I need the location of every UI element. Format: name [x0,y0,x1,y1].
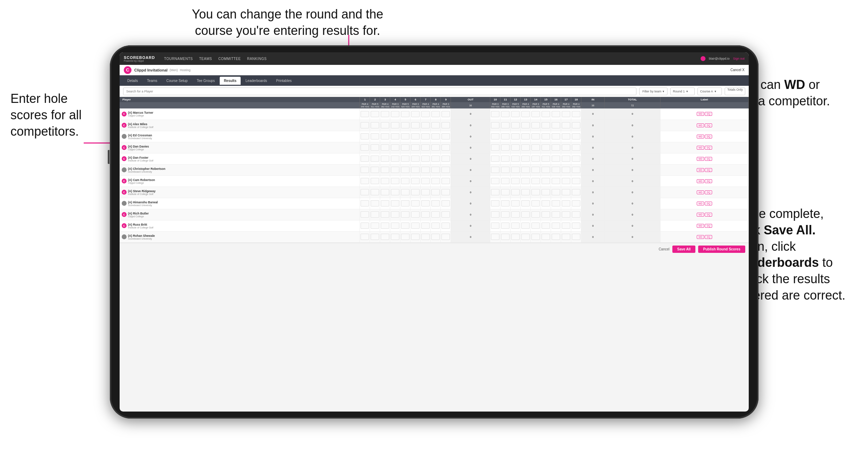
score-input-h5[interactable] [401,234,409,240]
score-h15-player3[interactable] [541,142,551,153]
score-h13-player1[interactable] [521,120,531,131]
score-h15-player1[interactable] [541,120,551,131]
score-h12-player1[interactable] [511,120,521,131]
score-h8-player8[interactable] [431,198,441,209]
score-h6-player0[interactable] [410,108,421,120]
score-input-h2[interactable] [371,122,379,128]
score-h12-player9[interactable] [511,209,521,220]
score-h2-player3[interactable] [370,142,380,153]
score-input-h15[interactable] [542,234,550,240]
score-input-h4[interactable] [391,234,399,240]
score-input-h10[interactable] [491,167,499,173]
search-input[interactable] [123,88,636,95]
score-input-h5[interactable] [401,122,409,128]
score-input-h7[interactable] [421,189,430,195]
score-h6-player6[interactable] [410,175,421,187]
score-input-h12[interactable] [511,133,520,140]
score-h14-player11[interactable] [531,231,541,242]
score-input-h1[interactable] [361,133,369,140]
score-h15-player9[interactable] [541,209,551,220]
score-h2-player5[interactable] [370,164,380,175]
score-h6-player7[interactable] [410,187,421,198]
score-h18-player10[interactable] [571,220,581,231]
score-h16-player1[interactable] [551,120,561,131]
score-h6-player4[interactable] [410,153,421,164]
score-input-h7[interactable] [421,178,430,184]
score-h5-player7[interactable] [400,187,410,198]
score-input-h11[interactable] [501,111,510,117]
score-h3-player0[interactable] [380,108,390,120]
score-h17-player2[interactable] [561,131,571,142]
publish-button[interactable]: Publish Round Scores [698,246,745,253]
score-input-h13[interactable] [521,200,530,206]
score-input-h14[interactable] [531,178,540,184]
score-h14-player8[interactable] [531,198,541,209]
score-input-h11[interactable] [501,223,510,229]
score-h5-player6[interactable] [400,175,410,187]
score-h1-player9[interactable] [360,209,370,220]
score-h2-player6[interactable] [370,175,380,187]
score-h12-player11[interactable] [511,231,521,242]
score-input-h9[interactable] [441,167,450,173]
score-h15-player4[interactable] [541,153,551,164]
score-input-h15[interactable] [542,156,550,162]
score-input-h16[interactable] [552,234,560,240]
score-input-h9[interactable] [441,178,450,184]
score-input-h10[interactable] [491,200,499,206]
score-input-h11[interactable] [501,211,510,218]
score-input-h14[interactable] [531,111,540,117]
score-input-h13[interactable] [521,111,530,117]
score-input-h4[interactable] [391,200,399,206]
score-input-h3[interactable] [381,178,389,184]
score-h8-player3[interactable] [431,142,441,153]
score-h14-player2[interactable] [531,131,541,142]
score-input-h12[interactable] [511,122,520,128]
score-h11-player1[interactable] [500,120,511,131]
score-h11-player5[interactable] [500,164,511,175]
score-input-h5[interactable] [401,223,409,229]
score-input-h9[interactable] [441,122,450,128]
score-input-h1[interactable] [361,156,369,162]
score-h9-player7[interactable] [441,187,451,198]
score-h18-player8[interactable] [571,198,581,209]
dq-button[interactable]: DQ [705,202,712,205]
score-input-h15[interactable] [542,122,550,128]
score-h1-player8[interactable] [360,198,370,209]
score-input-h15[interactable] [542,223,550,229]
score-input-h3[interactable] [381,189,389,195]
score-h6-player9[interactable] [410,209,421,220]
score-input-h10[interactable] [491,234,499,240]
dq-button[interactable]: DQ [705,135,712,138]
score-input-h6[interactable] [411,133,420,140]
score-h4-player8[interactable] [390,198,400,209]
score-h4-player6[interactable] [390,175,400,187]
score-h18-player11[interactable] [571,231,581,242]
score-input-h4[interactable] [391,144,399,151]
score-input-h10[interactable] [491,223,499,229]
score-input-h9[interactable] [441,200,450,206]
score-h9-player8[interactable] [441,198,451,209]
score-h7-player1[interactable] [421,120,431,131]
score-input-h17[interactable] [562,211,570,218]
tab-results[interactable]: Results [220,77,241,85]
score-h11-player11[interactable] [500,231,511,242]
score-input-h13[interactable] [521,144,530,151]
dq-button[interactable]: DQ [705,179,712,183]
score-input-h16[interactable] [552,211,560,218]
tab-leaderboards[interactable]: Leaderboards [241,77,271,85]
score-h9-player2[interactable] [441,131,451,142]
score-input-h17[interactable] [562,111,570,117]
score-h16-player6[interactable] [551,175,561,187]
score-h12-player4[interactable] [511,153,521,164]
score-input-h18[interactable] [572,189,580,195]
score-h8-player4[interactable] [431,153,441,164]
wd-button[interactable]: WD [697,112,704,116]
footer-cancel[interactable]: Cancel [659,247,670,251]
score-input-h14[interactable] [531,200,540,206]
score-input-h6[interactable] [411,211,420,218]
score-h1-player6[interactable] [360,175,370,187]
score-input-h5[interactable] [401,211,409,218]
score-input-h2[interactable] [371,156,379,162]
score-h17-player8[interactable] [561,198,571,209]
score-h12-player2[interactable] [511,131,521,142]
